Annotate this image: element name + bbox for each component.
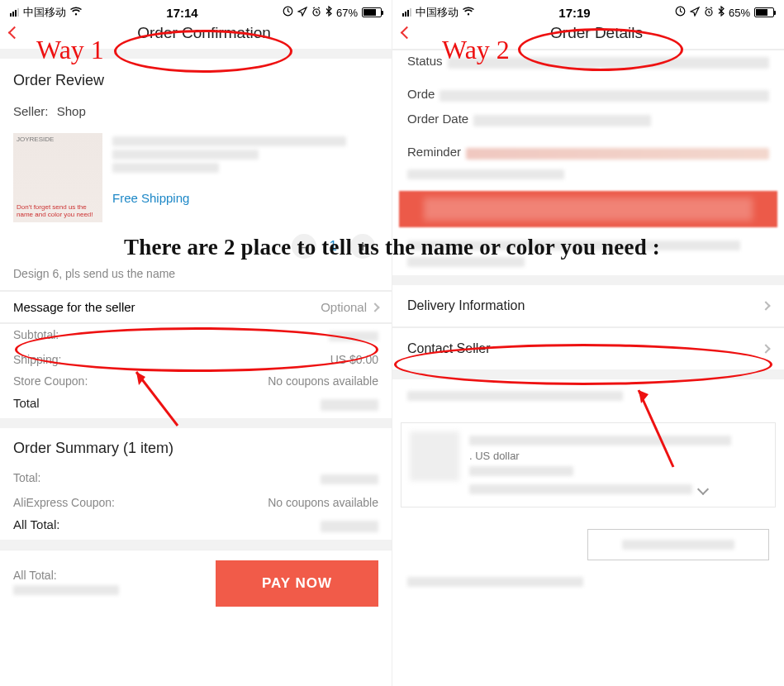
message-seller-label: Message for the seller <box>13 300 135 314</box>
shipping-label: Shipping: <box>13 353 61 366</box>
bluetooth-icon <box>718 6 725 19</box>
variant-text: Design 6, pls send us the name <box>0 265 392 290</box>
phone-way1: 中国移动 17:14 67% <box>0 0 392 686</box>
no-coupons-link[interactable]: No coupons available <box>268 374 378 388</box>
product-thumb: JOYRESIDE Don't forget send us the name … <box>13 133 102 222</box>
orientation-lock-icon <box>283 6 293 19</box>
chevron-right-icon <box>761 344 770 353</box>
order-summary-heading: Order Summary (1 item) <box>0 428 392 467</box>
wifi-icon <box>463 7 474 18</box>
annotation-arrow <box>624 380 690 471</box>
pay-now-button[interactable]: PAY NOW <box>216 560 378 607</box>
message-seller-row[interactable]: Message for the seller Optional <box>0 292 392 322</box>
delivery-info-label: Delivery Information <box>407 298 525 313</box>
contact-seller-row[interactable]: Contact Seller <box>392 328 784 369</box>
status-bar: 中国移动 17:14 67% <box>0 0 392 21</box>
redacted-text <box>407 391 623 401</box>
seller-name: Shop <box>57 104 86 118</box>
status-bar: 中国移动 17:19 65% <box>392 0 784 21</box>
phone-way2: 中国移动 17:19 65% <box>392 0 784 686</box>
redacted-text <box>469 484 692 494</box>
product-row[interactable]: JOYRESIDE Don't forget send us the name … <box>0 126 392 229</box>
redacted-text <box>469 436 731 445</box>
alarm-icon <box>311 7 321 19</box>
battery-icon <box>362 7 382 17</box>
battery-pct: 65% <box>729 7 750 19</box>
seller-label: Seller: <box>13 104 49 118</box>
message-seller-placeholder: Optional <box>321 300 367 314</box>
redacted-text <box>407 169 564 179</box>
page-title: Order Confirmation <box>137 24 271 42</box>
shipping-value: US $0.00 <box>330 353 378 366</box>
thumb-brand: JOYRESIDE <box>17 136 54 144</box>
clock-time: 17:14 <box>166 6 197 20</box>
order-label: Orde <box>407 87 435 105</box>
reminder-label: Reminder <box>407 145 461 163</box>
redacted-text <box>622 540 734 550</box>
location-icon <box>297 7 307 19</box>
redacted-text <box>407 577 583 587</box>
bluetooth-icon <box>325 6 332 19</box>
svg-line-6 <box>639 390 673 467</box>
redacted-text <box>466 148 769 160</box>
redacted-text <box>321 399 378 411</box>
redacted-text <box>321 474 378 484</box>
footer-all-total-label: All Total: <box>13 569 206 582</box>
signal-icon <box>10 8 19 17</box>
order-review-heading: Order Review <box>0 59 392 99</box>
all-total-label: All Total: <box>13 517 59 536</box>
redacted-text <box>321 521 378 532</box>
nav-header: Order Details <box>392 21 784 49</box>
carrier-label: 中国移动 <box>416 5 459 20</box>
redacted-text <box>112 150 259 160</box>
order-date-label: Order Date <box>407 112 468 130</box>
back-icon[interactable] <box>8 26 21 40</box>
ali-coupon-label: AliExpress Coupon: <box>13 496 115 509</box>
location-icon <box>690 7 700 19</box>
product-thumb <box>410 431 459 481</box>
product-card: . US dollar <box>401 422 776 507</box>
redacted-text <box>448 57 769 69</box>
orientation-lock-icon <box>675 6 686 19</box>
annotation-arrow <box>124 364 190 430</box>
secondary-button[interactable] <box>587 529 769 560</box>
redacted-text <box>329 331 378 341</box>
carrier-label: 中国移动 <box>23 5 66 20</box>
redacted-text <box>473 115 651 126</box>
summary-total-label: Total: <box>13 471 40 488</box>
chevron-right-icon <box>761 301 770 310</box>
battery-icon <box>754 7 774 17</box>
redacted-text <box>112 136 346 146</box>
redacted-text <box>469 466 573 476</box>
chevron-right-icon <box>370 303 379 312</box>
alarm-icon <box>704 7 714 19</box>
clock-time: 17:19 <box>558 6 590 20</box>
currency-note: US dollar <box>475 450 519 462</box>
pay-now-bar: All Total: PAY NOW <box>0 550 392 617</box>
back-icon[interactable] <box>401 26 414 40</box>
no-coupons-link[interactable]: No coupons available <box>268 496 378 509</box>
redacted-text <box>440 90 769 102</box>
status-label: Status <box>407 54 443 72</box>
redacted-text <box>112 163 219 173</box>
subtotal-label: Subtotal: <box>13 328 59 345</box>
contact-seller-label: Contact Seller <box>407 341 491 356</box>
delivery-info-row[interactable]: Delivery Information <box>392 285 784 326</box>
promo-banner <box>399 191 777 227</box>
redacted-text <box>13 585 119 595</box>
battery-pct: 67% <box>336 7 358 19</box>
thumb-caption: Don't forget send us the name and color … <box>17 204 99 219</box>
signal-icon <box>402 8 411 17</box>
store-coupon-label: Store Coupon: <box>13 374 88 388</box>
annotation-instruction-text: There are 2 place to tell us the name or… <box>0 235 784 260</box>
nav-header: Order Confirmation <box>0 21 392 49</box>
chevron-down-icon[interactable] <box>697 484 709 495</box>
total-label: Total <box>13 396 40 414</box>
page-title: Order Details <box>550 24 643 42</box>
wifi-icon <box>70 7 82 18</box>
free-shipping-label: Free Shipping <box>112 191 189 205</box>
